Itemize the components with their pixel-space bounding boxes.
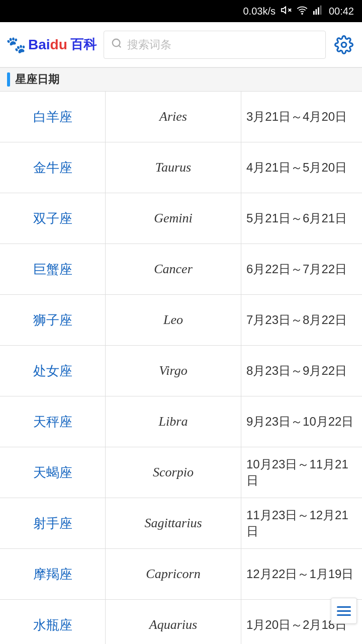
table-row: 金牛座 Taurus 4月21日～5月20日	[0, 142, 362, 193]
svg-rect-4	[313, 11, 315, 14]
section-bullet	[7, 72, 10, 87]
zodiac-cn-10: 水瓶座	[0, 600, 106, 644]
svg-point-8	[113, 39, 120, 46]
zodiac-cn-6: 天秤座	[0, 396, 106, 447]
zodiac-date-2: 5月21日～6月21日	[241, 193, 362, 244]
search-bar[interactable]: 搜索词条	[104, 31, 326, 59]
network-speed: 0.03k/s	[243, 6, 275, 17]
zodiac-date-4: 7月23日～8月22日	[241, 295, 362, 345]
baidu-logo[interactable]: 🐾 Baidu 百科	[6, 35, 98, 54]
paw-icon: 🐾	[6, 35, 26, 54]
table-row: 白羊座 Aries 3月21日～4月20日	[0, 92, 362, 142]
header: 🐾 Baidu 百科 搜索词条	[0, 22, 362, 67]
clock: 00:42	[329, 6, 354, 17]
zodiac-cn-2: 双子座	[0, 193, 106, 244]
signal-icon	[313, 5, 324, 18]
zodiac-latin-4: Leo	[106, 295, 241, 345]
table-row: 天秤座 Libra 9月23日～10月22日	[0, 396, 362, 447]
table-row: 天蝎座 Scorpio 10月23日～11月21日	[0, 447, 362, 498]
zodiac-date-3: 6月22日～7月22日	[241, 244, 362, 294]
mute-icon	[281, 5, 292, 18]
zodiac-date-0: 3月21日～4月20日	[241, 92, 362, 142]
table-row: 巨蟹座 Cancer 6月22日～7月22日	[0, 244, 362, 295]
zodiac-date-7: 10月23日～11月21日	[241, 447, 362, 498]
zodiac-date-6: 9月23日～10月22日	[241, 396, 362, 447]
zodiac-latin-3: Cancer	[106, 244, 241, 294]
zodiac-cn-1: 金牛座	[0, 142, 106, 193]
table-row: 水瓶座 Aquarius 1月20日～2月18日	[0, 600, 362, 644]
table-row: 处女座 Virgo 8月23日～9月22日	[0, 346, 362, 396]
baike-text: 百科	[70, 36, 97, 53]
svg-line-9	[119, 45, 121, 47]
zodiac-date-5: 8月23日～9月22日	[241, 346, 362, 396]
svg-point-3	[302, 13, 303, 14]
zodiac-cn-7: 天蝎座	[0, 447, 106, 498]
svg-rect-6	[318, 7, 319, 15]
toc-button[interactable]	[331, 598, 357, 624]
zodiac-latin-2: Gemini	[106, 193, 241, 244]
status-bar: 0.03k/s 00:42	[0, 0, 362, 22]
zodiac-latin-10: Aquarius	[106, 600, 241, 644]
zodiac-date-1: 4月21日～5月20日	[241, 142, 362, 193]
table-row: 双子座 Gemini 5月21日～6月21日	[0, 193, 362, 244]
section-title: 星座日期	[15, 72, 59, 87]
table-row: 摩羯座 Capricorn 12月22日～1月19日	[0, 549, 362, 600]
zodiac-cn-0: 白羊座	[0, 92, 106, 142]
section-title-row: 星座日期	[0, 67, 362, 92]
svg-rect-5	[315, 9, 317, 15]
zodiac-latin-7: Scorpio	[106, 447, 241, 498]
zodiac-cn-9: 摩羯座	[0, 549, 106, 599]
svg-marker-0	[282, 7, 286, 13]
zodiac-latin-1: Taurus	[106, 142, 241, 193]
zodiac-date-9: 12月22日～1月19日	[241, 549, 362, 599]
zodiac-cn-5: 处女座	[0, 346, 106, 396]
zodiac-cn-3: 巨蟹座	[0, 244, 106, 294]
svg-rect-7	[320, 5, 322, 14]
zodiac-latin-6: Libra	[106, 396, 241, 447]
search-placeholder: 搜索词条	[127, 37, 171, 52]
zodiac-latin-8: Sagittarius	[106, 498, 241, 548]
wifi-icon	[297, 5, 308, 18]
zodiac-date-8: 11月23日～12月21日	[241, 498, 362, 548]
zodiac-latin-9: Capricorn	[106, 549, 241, 599]
zodiac-cn-4: 狮子座	[0, 295, 106, 345]
search-icon	[111, 38, 122, 52]
logo-text: Baidu	[28, 37, 67, 53]
table-row: 射手座 Sagittarius 11月23日～12月21日	[0, 498, 362, 549]
zodiac-latin-0: Aries	[106, 92, 241, 142]
table-row: 狮子座 Leo 7月23日～8月22日	[0, 295, 362, 346]
toc-icon	[337, 606, 351, 616]
svg-point-10	[341, 42, 346, 47]
zodiac-table: 白羊座 Aries 3月21日～4月20日 金牛座 Taurus 4月21日～5…	[0, 92, 362, 644]
zodiac-cn-8: 射手座	[0, 498, 106, 548]
settings-button[interactable]	[332, 33, 356, 57]
zodiac-latin-5: Virgo	[106, 346, 241, 396]
